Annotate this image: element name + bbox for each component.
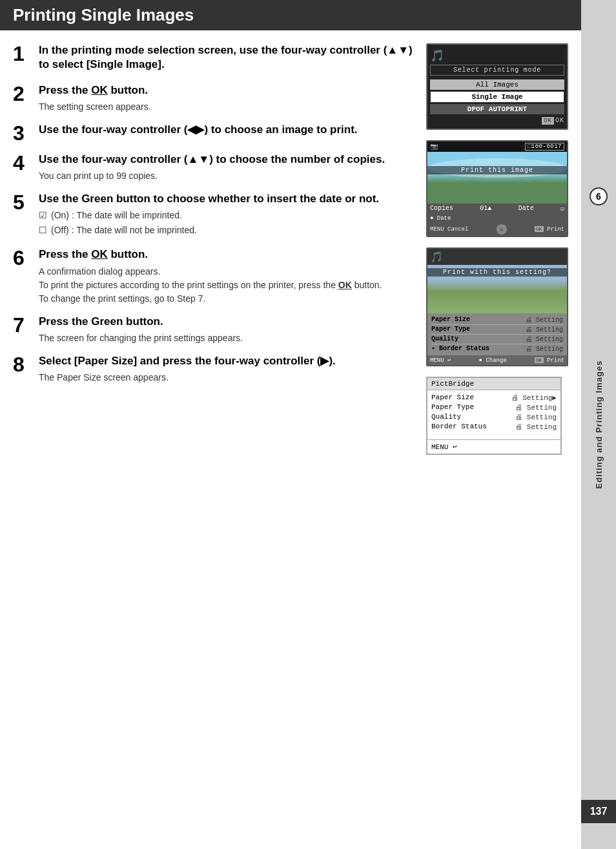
step-7: 7 Press the Green button. The screen for… [13,315,413,345]
step-8-body: The Paper Size screen appears. [39,371,413,384]
menu-item-single-image: Single Image [430,91,564,103]
quality-label: Quality [431,335,458,343]
screen3-nav: MENU ↩ ● Change OK Print [427,355,567,365]
s4-border-label: Border Status [431,423,487,431]
step-6-body: A confirmation dialog appears. To print … [39,265,413,306]
step-3: 3 Use the four-way controller (◀▶) to ch… [13,123,413,143]
step-7-number: 7 [13,315,31,345]
step-2-content: Press the OK button. The setting screen … [39,83,413,114]
right-column: 🎵 Select printing mode All Images Single… [426,43,568,455]
screen4-footer: MENU ↩ [427,439,560,454]
date-label: Date [518,205,534,213]
step-8-content: Select [Paper Size] and press the four-w… [39,354,413,384]
step-4-title: Use the four-way controller (▲▼) to choo… [39,152,413,167]
border-label: ▪ Border Status [431,345,489,353]
step-2-title: Press the OK button. [39,83,413,98]
step-5-title: Use the Green button to choose whether t… [39,192,413,206]
s4-quality-val: 🖨 Setting [515,413,557,421]
s4-quality-label: Quality [431,413,461,421]
step-7-body: The screen for changing the print settin… [39,331,413,345]
page-header: Printing Single Images [0,0,581,30]
step-2-number: 2 [13,83,31,114]
screen1-label: Select printing mode [430,65,564,76]
screen3-nav-change: ● Change [479,357,507,364]
step-3-number: 3 [13,123,31,143]
chapter-number: 6 [596,191,601,202]
screen3-image: Print with this setting? [427,265,567,313]
copies-value: 01▲ [480,205,491,213]
step-5-content: Use the Green button to choose whether t… [39,192,413,238]
s4-paper-type-val: 🖨 Setting [515,403,557,412]
chapter-circle: 6 [590,187,608,205]
step-4-content: Use the four-way controller (▲▼) to choo… [39,152,413,183]
screen-mockup-3: 🎵 Print with this setting? Paper Size 🖨 … [426,247,568,366]
ok-badge-2: OK [535,226,544,232]
quality-value: 🖨 Setting [526,335,563,343]
screen1-menu: All Images Single Image DPOF AUTOPRINT [430,79,564,114]
screen2-nav-print: OK Print [535,226,564,233]
s4-paper-size-val: 🖨 Setting▶ [511,393,557,402]
step-7-content: Press the Green button. The screen for c… [39,315,413,345]
step-3-content: Use the four-way controller (◀▶) to choo… [39,123,413,143]
screen2-camera-icon: 📷 [430,143,438,151]
screen3-settings: Paper Size 🖨 Setting Paper Type 🖨 Settin… [427,313,567,355]
date-checkbox: ☑ [560,205,564,213]
screen-mockup-2: 📷 □100-0017 Print this image Copies 01▲ … [426,140,568,237]
camera-icon-1: 🎵 [430,48,444,63]
screen3-nav-menu: MENU ↩ [430,357,451,364]
screen4-header: PictBridge [427,378,560,390]
settings-row-border: ▪ Border Status 🖨 Setting [431,344,563,353]
main-content: Printing Single Images 1 In the printing… [0,0,581,849]
ok-label-1: OK [555,117,564,125]
screen2-topbar: 📷 □100-0017 [427,142,567,152]
step-5: 5 Use the Green button to choose whether… [13,192,413,238]
step-6-content: Press the OK button. A confirmation dial… [39,247,413,305]
ok-badge-3: OK [535,357,544,363]
screen2-file-number: □100-0017 [525,143,564,151]
screen2-date-row: ● Date [427,214,567,223]
step-4-body: You can print up to 99 copies. [39,169,413,183]
step-1-number: 1 [13,43,31,74]
left-column: 1 In the printing mode selection screen,… [13,43,413,455]
s4-paper-size-label: Paper Size [431,393,474,402]
screen-mockup-1: 🎵 Select printing mode All Images Single… [426,43,568,130]
step-8-title: Select [Paper Size] and press the four-w… [39,354,413,368]
step-1-title: In the printing mode selection screen, u… [39,43,413,72]
step-4: 4 Use the four-way controller (▲▼) to ch… [13,152,413,183]
screen3-nav-print: OK Print [535,357,564,364]
step-2: 2 Press the OK button. The setting scree… [13,83,413,114]
menu-item-dpof: DPOF AUTOPRINT [430,104,564,114]
screen2-image: Print this image [427,152,567,204]
screen2-nav-cancel: MENU Cancel [430,226,468,233]
step-8: 8 Select [Paper Size] and press the four… [13,354,413,384]
page-title: Printing Single Images [13,5,568,25]
screen2-nav: MENU Cancel ⊙ OK Print [427,223,567,236]
settings-row-quality: Quality 🖨 Setting [431,335,563,344]
page-number: 137 [581,800,616,823]
paper-size-label: Paper Size [431,316,470,324]
settings-row-paper-type: Paper Type 🖨 Setting [431,325,563,335]
step-4-number: 4 [13,152,31,183]
nav-circle-icon: ⊙ [497,224,507,235]
step-1: 1 In the printing mode selection screen,… [13,43,413,74]
step-3-title: Use the four-way controller (◀▶) to choo… [39,123,413,137]
step-6-title: Press the OK button. [39,247,413,262]
step-5-on: ☑(On) : The date will be imprinted. ☐(Of… [39,209,413,237]
step-7-title: Press the Green button. [39,315,413,329]
screen4-paper-size: Paper Size 🖨 Setting▶ [431,393,557,403]
camera-icon-3: 🎵 [430,251,443,263]
step-5-number: 5 [13,192,31,238]
step-6: 6 Press the OK button. A confirmation di… [13,247,413,305]
screen2-print-label: Print this image [427,166,567,174]
settings-row-paper-size: Paper Size 🖨 Setting [431,315,563,325]
s4-paper-type-label: Paper Type [431,403,474,412]
step-8-number: 8 [13,354,31,384]
ok-badge-1: OK [542,117,554,125]
s4-border-val: 🖨 Setting [515,423,557,431]
menu-item-all-images: All Images [430,79,564,90]
screen4-quality: Quality 🖨 Setting [431,412,557,422]
content-area: 1 In the printing mode selection screen,… [0,43,581,468]
sidebar-vertical-text: Editing and Printing Images [594,361,604,489]
screen4-paper-type: Paper Type 🖨 Setting [431,403,557,412]
right-sidebar: 6 Editing and Printing Images 137 [581,0,616,849]
